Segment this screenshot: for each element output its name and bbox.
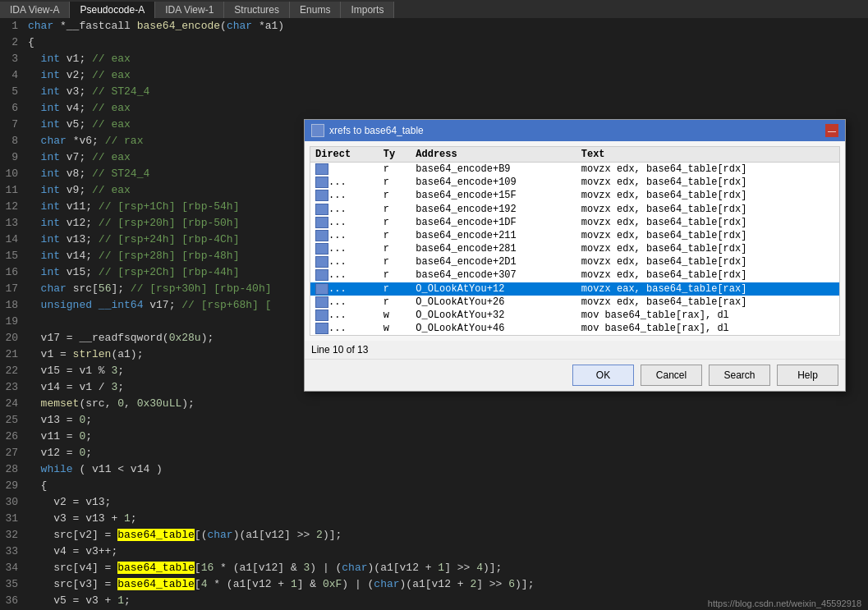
row-icon xyxy=(315,204,328,215)
tab-structures[interactable]: Structures xyxy=(224,2,290,18)
row-address: O_OLookAtYou+32 xyxy=(411,309,576,322)
help-button[interactable]: Help xyxy=(777,365,838,386)
row-text: movzx eax, base64_table[rax] xyxy=(576,282,839,296)
code-line-6: 6 int v4; // eax xyxy=(0,100,868,117)
row-icon-cell: ... xyxy=(310,282,379,296)
row-text: movzx edx, base64_table[rdx] xyxy=(576,163,839,177)
row-text: movzx edx, base64_table[rdx] xyxy=(576,216,839,229)
code-line-2: 2 { xyxy=(0,34,868,51)
row-address: base64_encode+307 xyxy=(411,268,576,282)
row-icon xyxy=(315,230,328,241)
code-line-33: 33 v4 = v3++; xyxy=(0,543,868,560)
row-icon xyxy=(315,323,328,334)
row-text: movzx edx, base64_table[rdx] xyxy=(576,189,839,202)
table-row[interactable]: ...wO_OLookAtYou+46mov base64_table[rax]… xyxy=(310,322,839,335)
row-icon xyxy=(315,256,328,268)
row-icon-cell: ... xyxy=(310,229,379,242)
search-button[interactable]: Search xyxy=(709,365,770,386)
code-line-28: 28 while ( v11 < v14 ) xyxy=(0,461,868,478)
table-row[interactable]: ...rbase64_encode+2D1movzx edx, base64_t… xyxy=(310,255,839,268)
row-icon xyxy=(315,269,328,281)
cancel-button[interactable]: Cancel xyxy=(641,365,702,386)
row-direct: r xyxy=(379,296,411,309)
table-row[interactable]: ...rO_OLookAtYou+26movzx edx, base64_tab… xyxy=(310,296,839,309)
dialog-status-text: Line 10 of 13 xyxy=(311,344,368,355)
row-icon-cell: ... xyxy=(310,242,379,255)
dialog-buttons: OK Cancel Search Help xyxy=(305,359,845,391)
row-address: base64_encode+1DF xyxy=(411,216,576,229)
dialog-body: Direct Ty Address Text rbase64_encode+B9… xyxy=(305,141,845,341)
code-line-1: 1 char *__fastcall base64_encode(char *a… xyxy=(0,18,868,34)
row-text: movzx edx, base64_table[rdx] xyxy=(576,229,839,242)
row-direct: w xyxy=(379,309,411,322)
dialog-title-text: xrefs to base64_table xyxy=(329,125,424,136)
table-row[interactable]: ...rbase64_encode+1DFmovzx edx, base64_t… xyxy=(310,216,839,229)
tab-ida-view-a[interactable]: IDA View-A xyxy=(0,2,70,18)
row-icon xyxy=(315,283,328,295)
code-line-3: 3 int v1; // eax xyxy=(0,51,868,67)
row-text: movzx edx, base64_table[rdx] xyxy=(576,242,839,255)
ok-button[interactable]: OK xyxy=(572,365,634,386)
row-icon xyxy=(315,217,328,228)
row-address: base64_encode+2D1 xyxy=(411,255,576,268)
row-address: base64_encode+281 xyxy=(411,242,576,255)
tab-imports[interactable]: Imports xyxy=(341,2,394,18)
row-address: base64_encode+B9 xyxy=(411,163,576,177)
row-direct: w xyxy=(379,322,411,335)
xrefs-dialog: xrefs to base64_table — Direct Ty Addres… xyxy=(304,119,846,392)
code-line-29: 29 { xyxy=(0,478,868,494)
tab-pseudocode-a[interactable]: Pseudocode-A xyxy=(70,2,155,18)
row-icon-cell: ... xyxy=(310,268,379,282)
dialog-titlebar: xrefs to base64_table — xyxy=(305,120,845,141)
table-row[interactable]: ...wO_OLookAtYou+32mov base64_table[rax]… xyxy=(310,309,839,322)
row-address: O_OLookAtYou+12 xyxy=(411,282,576,296)
dialog-close-button[interactable]: — xyxy=(825,124,838,137)
code-line-32: 32 src[v2] = base64_table[(char)(a1[v12]… xyxy=(0,527,868,543)
table-row[interactable]: rbase64_encode+B9movzx edx, base64_table… xyxy=(310,163,839,177)
code-line-35: 35 src[v3] = base64_table[4 * (a1[v12 + … xyxy=(0,576,868,593)
code-line-5: 5 int v3; // ST24_4 xyxy=(0,84,868,100)
table-row[interactable]: ...rO_OLookAtYou+12movzx eax, base64_tab… xyxy=(310,282,839,296)
code-line-24: 24 memset(src, 0, 0x30uLL); xyxy=(0,396,868,412)
row-icon xyxy=(315,296,328,308)
xrefs-table-wrapper[interactable]: Direct Ty Address Text rbase64_encode+B9… xyxy=(310,146,840,336)
row-direct: r xyxy=(379,242,411,255)
row-icon xyxy=(315,163,328,175)
table-row[interactable]: ...rbase64_encode+109movzx edx, base64_t… xyxy=(310,176,839,189)
row-icon-cell: ... xyxy=(310,189,379,202)
row-text: mov base64_table[rax], dl xyxy=(576,309,839,322)
row-text: mov base64_table[rax], dl xyxy=(576,322,839,335)
row-text: movzx edx, base64_table[rax] xyxy=(576,296,839,309)
row-icon xyxy=(315,177,328,188)
row-icon xyxy=(315,243,328,255)
code-line-4: 4 int v2; // eax xyxy=(0,67,868,84)
col-direct-header: Direct xyxy=(310,147,379,163)
dialog-title-icon xyxy=(311,124,324,137)
row-address: base64_encode+15F xyxy=(411,189,576,202)
row-text: movzx edx, base64_table[rdx] xyxy=(576,255,839,268)
row-text: movzx edx, base64_table[rdx] xyxy=(576,203,839,216)
row-direct: r xyxy=(379,282,411,296)
table-row[interactable]: ...rbase64_encode+192movzx edx, base64_t… xyxy=(310,203,839,216)
row-direct: r xyxy=(379,229,411,242)
table-row[interactable]: ...rbase64_encode+211movzx edx, base64_t… xyxy=(310,229,839,242)
row-direct: r xyxy=(379,176,411,189)
code-line-31: 31 v3 = v13 + 1; xyxy=(0,511,868,527)
row-icon-cell: ... xyxy=(310,255,379,268)
row-icon xyxy=(315,190,328,201)
row-text: movzx edx, base64_table[rdx] xyxy=(576,176,839,189)
tab-ida-view-1[interactable]: IDA View-1 xyxy=(155,2,224,18)
row-direct: r xyxy=(379,255,411,268)
row-icon-cell: ... xyxy=(310,216,379,229)
table-row[interactable]: ...rbase64_encode+307movzx edx, base64_t… xyxy=(310,268,839,282)
col-text-header: Text xyxy=(576,147,839,163)
row-direct: r xyxy=(379,216,411,229)
table-row[interactable]: ...rbase64_encode+15Fmovzx edx, base64_t… xyxy=(310,189,839,202)
table-row[interactable]: ...rbase64_encode+281movzx edx, base64_t… xyxy=(310,242,839,255)
row-icon xyxy=(315,310,328,321)
tab-enums[interactable]: Enums xyxy=(290,2,341,18)
code-line-27: 27 v12 = 0; xyxy=(0,445,868,461)
code-line-34: 34 src[v4] = base64_table[16 * (a1[v12] … xyxy=(0,560,868,576)
col-type-header: Ty xyxy=(379,147,411,163)
row-icon-cell: ... xyxy=(310,322,379,335)
